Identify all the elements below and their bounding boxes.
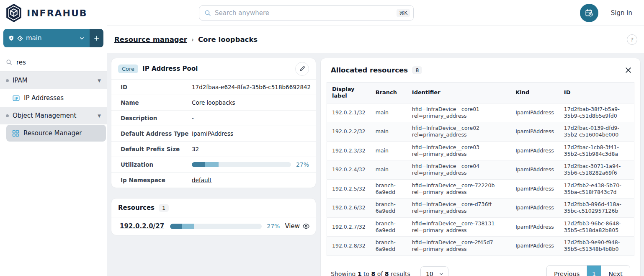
help-button[interactable]: ?	[627, 34, 637, 45]
field-value: IpamIPAddress	[192, 130, 233, 137]
resources-count-badge: 1	[159, 204, 169, 212]
progress-segment-light	[182, 224, 194, 229]
chevron-down-icon	[439, 271, 444, 276]
table-row[interactable]: 192.0.2.8/32 branch-6a9edd hfid=InfraDev…	[327, 237, 634, 256]
column-header-kind: Kind	[510, 83, 559, 103]
page-1-button[interactable]: 1	[587, 266, 601, 276]
pool-card-title: IP Address Pool	[142, 65, 198, 72]
search-icon	[6, 59, 12, 65]
results-summary: Showing 1 to 8 of 8 results	[331, 271, 410, 276]
field-row-name: Name Core loopbacks	[111, 95, 316, 110]
global-search[interactable]: ⌘K	[199, 5, 414, 21]
page-size-select[interactable]: 10	[420, 266, 448, 276]
resource-progress-bar	[170, 224, 262, 229]
cell-id: 17d2fbb3-96bc-8648-35b5-c518da82b805	[559, 217, 634, 237]
previous-page-button[interactable]: Previous	[547, 266, 587, 276]
view-button[interactable]: View	[285, 222, 310, 230]
field-value: -	[192, 115, 194, 121]
keyboard-shortcut-badge: ⌘K	[397, 9, 410, 17]
cell-kind: IpamIPAddress	[510, 160, 559, 180]
cell-display-label: 192.0.2.1/32	[327, 103, 371, 122]
infrahub-logo-icon	[5, 3, 23, 23]
app-logo[interactable]: INFRAHUB	[0, 0, 107, 26]
field-row-description: Description -	[111, 110, 316, 126]
next-page-button[interactable]: Next	[601, 266, 630, 276]
field-value: Core loopbacks	[192, 99, 235, 106]
breadcrumb-parent-link[interactable]: Resource manager	[114, 36, 187, 44]
ip-address-icon: IP	[13, 95, 20, 102]
sidebar-search-input[interactable]	[16, 59, 83, 66]
cell-display-label: 192.0.2.6/32	[327, 199, 371, 218]
cell-kind: IpamIPAddress	[510, 141, 559, 160]
cell-identifier: hfid=InfraDevice__core01rel=primary_addr…	[407, 103, 510, 122]
pool-card-header: Core IP Address Pool	[111, 58, 316, 79]
eye-icon	[302, 222, 310, 230]
field-label: Default Address Type	[121, 130, 192, 137]
cell-id: 17d2fbb2-e438-5b70-35ba-c518f7843c7d	[559, 179, 634, 199]
allocated-resources-panel: Allocated resources 8 Display label Bran…	[320, 58, 641, 276]
edit-button[interactable]	[295, 62, 309, 76]
field-row-id: ID 17d2fbaa-e624-8fa2-35b6-c518b6692842	[111, 79, 316, 95]
close-button[interactable]	[623, 65, 634, 75]
chevron-down-icon: ▼	[98, 113, 101, 118]
namespace-link[interactable]: default	[192, 177, 212, 183]
top-bar: ⌘K Sign in	[107, 0, 644, 26]
field-row-ip-namespace: Ip Namespace default	[111, 172, 316, 188]
sign-in-button[interactable]: Sign in	[611, 9, 632, 17]
cell-display-label: 192.0.2.4/32	[327, 160, 371, 180]
cell-kind: IpamIPAddress	[510, 199, 559, 218]
field-row-utilization: Utilization 27%	[111, 157, 316, 172]
branch-name: main	[26, 34, 76, 42]
branch-selector[interactable]: main	[3, 29, 90, 47]
section-bullet-icon	[6, 79, 9, 82]
pool-detail-card: Core IP Address Pool ID 17d2fbaa-e624-8f…	[111, 58, 316, 188]
table-row[interactable]: 192.0.2.1/32 main hfid=InfraDevice__core…	[327, 103, 634, 122]
add-branch-button[interactable]: +	[90, 29, 103, 47]
cell-id: 17d2fbac-0139-dfd9-35b2-c516004be000	[559, 122, 634, 142]
sidebar-item-ip-addresses[interactable]: IP IP Addresses	[0, 89, 107, 107]
page-size-value: 10	[426, 271, 433, 276]
table-row[interactable]: 192.0.2.6/32 branch-6a9edd hfid=InfraDev…	[327, 199, 634, 218]
cell-identifier: hfid=InfraDevice__core04rel=primary_addr…	[407, 160, 510, 180]
section-label: IPAM	[13, 77, 28, 84]
allocated-title: Allocated resources	[331, 66, 408, 74]
cell-identifier: hfid=InfraDevice__core02rel=primary_addr…	[407, 122, 510, 142]
section-label: Object Management	[13, 112, 76, 119]
cell-identifier: hfid=InfraDevice__core-d736ffrel=primary…	[407, 199, 510, 218]
resources-card-header: Resources 1	[111, 199, 316, 217]
utilization-progress-bar	[192, 162, 291, 167]
cell-kind: IpamIPAddress	[510, 179, 559, 199]
column-header-id: ID	[559, 83, 634, 103]
field-label: Utilization	[121, 161, 192, 168]
pager: Previous 1 Next	[546, 265, 630, 276]
sidebar-item-label: Resource Manager	[23, 129, 82, 137]
topbar-actions: Sign in	[580, 4, 644, 22]
allocated-table: Display label Branch Identifier Kind ID …	[327, 82, 634, 256]
cell-branch: branch-6a9edd	[371, 179, 407, 199]
table-row[interactable]: 192.0.2.3/32 main hfid=InfraDevice__core…	[327, 141, 634, 160]
table-row[interactable]: 192.0.2.4/32 main hfid=InfraDevice__core…	[327, 160, 634, 180]
allocated-count-badge: 8	[412, 66, 422, 74]
sidebar-section-object-management[interactable]: Object Management ▼	[0, 107, 107, 124]
sidebar-item-label: IP Addresses	[24, 94, 64, 102]
table-row[interactable]: 192.0.2.2/32 main hfid=InfraDevice__core…	[327, 122, 634, 142]
pencil-icon	[299, 66, 305, 72]
global-search-input[interactable]	[215, 9, 393, 17]
table-row[interactable]: 192.0.2.7/32 branch-6a9edd hfid=InfraDev…	[327, 217, 634, 237]
cell-id: 17d2fbab-38f7-b5a9-35b9-c51d8b5e9fd0	[559, 103, 634, 122]
tasks-button[interactable]	[580, 4, 598, 22]
cell-branch: main	[371, 160, 407, 180]
search-icon	[204, 10, 211, 16]
cell-display-label: 192.0.2.2/32	[327, 122, 371, 142]
sidebar-section-ipam[interactable]: IPAM ▼	[0, 72, 107, 89]
sidebar-item-resource-manager[interactable]: Resource Manager	[6, 125, 106, 142]
column-header-display-label: Display label	[327, 83, 371, 103]
main-content: Core IP Address Pool ID 17d2fbaa-e624-8f…	[107, 53, 644, 276]
progress-segment-dark	[192, 162, 205, 167]
cell-display-label: 192.0.2.7/32	[327, 217, 371, 237]
prefix-link[interactable]: 192.0.2.0/27	[120, 222, 164, 230]
field-label: Ip Namespace	[121, 177, 192, 183]
field-label: Description	[121, 115, 192, 121]
table-row[interactable]: 192.0.2.5/32 branch-6a9edd hfid=InfraDev…	[327, 179, 634, 199]
page-title: Core loopbacks	[198, 36, 258, 44]
